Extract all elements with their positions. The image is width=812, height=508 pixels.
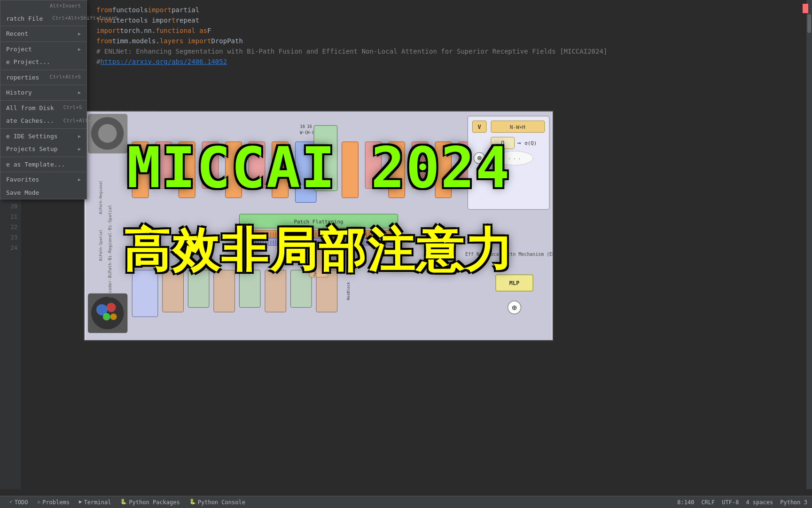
menu-item-recent[interactable]: Recent [0, 27, 86, 40]
properties-shortcut: Ctrl+Alt+S [50, 73, 81, 81]
todo-icon: ✓ [9, 498, 13, 506]
menu-separator-1 [0, 26, 86, 26]
code-line-3: import torch.nn.functional as F [96, 25, 803, 36]
svg-rect-18 [295, 142, 316, 202]
svg-text:V: V [478, 124, 481, 130]
terminal-icon: ▶ [79, 498, 82, 506]
svg-text:W·C: W·C [300, 130, 307, 135]
svg-text:BiPath-Spatial: BiPath-Spatial [99, 230, 103, 261]
svg-rect-99 [309, 249, 328, 278]
svg-rect-34 [435, 142, 452, 198]
editor-area: 1 2 3 4 5 6 7 8 9 10 11 12 13 14 15 16 1… [0, 0, 812, 508]
tab-problems[interactable]: ⚠ Problems [33, 496, 74, 508]
menu-separator-4 [0, 85, 86, 85]
code-line-10 [96, 98, 803, 108]
svg-point-49 [107, 303, 116, 312]
scratch-file-label: ratch File [6, 14, 43, 24]
invalidate-caches-shortcut: Ctrl+Alt+Y [63, 117, 94, 125]
menu-item-open-project[interactable]: e Project... [0, 56, 86, 69]
svg-text:BiPath-Regional: BiPath-Regional [99, 181, 103, 214]
svg-text:ResBlock: ResBlock [346, 282, 351, 300]
svg-rect-24 [314, 126, 337, 191]
line-number: 23 [0, 232, 17, 243]
projects-setup-label: Projects Setup [6, 144, 74, 154]
svg-text:16: 16 [300, 124, 305, 129]
menu-separator-3 [0, 70, 86, 70]
menu-item-save-mode[interactable]: Save Mode [0, 186, 86, 199]
tab-python-console[interactable]: 🐍 Python Console [185, 496, 250, 508]
svg-rect-80 [132, 270, 158, 317]
context-menu[interactable]: Alt+Insert ratch File Ctrl+Alt+Shift+Ins… [0, 0, 87, 199]
svg-text:σ(Q): σ(Q) [524, 140, 537, 146]
tab-python-packages[interactable]: 🐍 Python Packages [116, 496, 184, 508]
svg-text:16: 16 [307, 124, 312, 129]
tab-terminal-label: Terminal [84, 498, 111, 507]
menu-separator-2 [0, 41, 86, 42]
scroll-thumb[interactable] [807, 14, 811, 33]
code-line-9 [96, 87, 803, 98]
recent-label: Recent [6, 29, 65, 39]
line-ending: CRLF [701, 498, 715, 507]
properties-label: roperties [6, 73, 40, 82]
tab-terminal[interactable]: ▶ Terminal [74, 496, 116, 508]
favorites-label: Favorites [6, 175, 74, 184]
history-label: History [6, 88, 74, 97]
encoding: UTF-8 [722, 498, 739, 507]
tab-python-packages-label: Python Packages [129, 498, 180, 507]
svg-rect-12 [226, 142, 242, 198]
code-line-7 [96, 67, 803, 77]
svg-rect-4 [132, 142, 148, 198]
line-number: 24 [0, 243, 17, 253]
svg-text:⊕: ⊕ [512, 302, 517, 312]
svg-rect-86 [214, 270, 235, 312]
menu-item-history[interactable]: History [0, 86, 86, 99]
menu-item-properties[interactable]: roperties Ctrl+Alt+S [0, 71, 86, 84]
svg-rect-30 [389, 142, 405, 198]
menu-separator-7 [0, 157, 86, 157]
save-all-label: All from Disk [6, 103, 54, 113]
svg-point-47 [91, 297, 124, 329]
svg-text:Patch Flattening: Patch Flattening [294, 219, 343, 225]
line-number: 20 [0, 201, 17, 212]
save-as-template-label: e as Template... [6, 160, 81, 169]
open-project-label: e Project... [6, 57, 81, 67]
tab-todo[interactable]: ✓ TODO [5, 496, 33, 508]
code-line-8 [96, 77, 803, 87]
status-right-info: 8:140 CRLF UTF-8 4 spaces Python 3 [677, 498, 807, 507]
tab-python-console-label: Python Console [198, 498, 245, 507]
menu-separator-6 [0, 128, 86, 129]
svg-rect-82 [163, 270, 184, 312]
menu-item-projects-setup[interactable]: Projects Setup [0, 143, 86, 156]
menu-item-project[interactable]: Project [0, 43, 86, 56]
status-bar: ✓ TODO ⚠ Problems ▶ Terminal 🐍 Python Pa… [0, 496, 812, 508]
svg-rect-26 [342, 142, 359, 198]
menu-item-ide-settings[interactable]: e IDE Settings [0, 130, 86, 143]
svg-rect-16 [272, 142, 289, 198]
svg-rect-90 [265, 270, 286, 312]
tab-problems-label: Problems [42, 498, 70, 507]
menu-separator-8 [0, 172, 86, 172]
svg-text:MLP: MLP [509, 280, 519, 286]
code-line-6: # https://arxiv.org/abs/2406.14052 [96, 56, 803, 67]
menu-separator-5 [0, 100, 86, 101]
svg-text:· · ·: · · · [508, 157, 521, 161]
menu-item-save-as-template[interactable]: e as Template... [0, 158, 86, 171]
code-line-2: from itertools import repeat [96, 15, 803, 25]
scrollbar[interactable] [806, 0, 812, 489]
invalidate-caches-label: ate Caches... [6, 116, 54, 126]
svg-rect-28 [365, 142, 382, 188]
svg-rect-14 [249, 142, 265, 188]
menu-item-scratch-file[interactable]: ratch File Ctrl+Alt+Shift+Insert [0, 12, 86, 25]
svg-rect-10 [202, 142, 219, 188]
overlay-diagram: BiPath MaxPool BiPath MaxPool BiPath Max… [84, 111, 554, 341]
project-label: Project [6, 45, 74, 54]
menu-item-save-all[interactable]: All from Disk Ctrl+S [0, 102, 86, 115]
menu-item-favorites[interactable]: Favorites [0, 173, 86, 186]
indent: 4 spaces [746, 498, 773, 507]
svg-text:→: → [517, 139, 521, 146]
svg-text:||||||||||||||||||||||||||||||: ||||||||||||||||||||||||||||||||||||||||… [250, 232, 388, 237]
svg-point-50 [103, 313, 110, 320]
svg-text:||||||||||||||||||||||||||||||: ||||||||||||||||||||||||||||||||||||||||… [250, 240, 388, 245]
menu-item-invalidate-caches[interactable]: ate Caches... Ctrl+Alt+Y [0, 114, 86, 127]
svg-rect-84 [188, 270, 209, 307]
